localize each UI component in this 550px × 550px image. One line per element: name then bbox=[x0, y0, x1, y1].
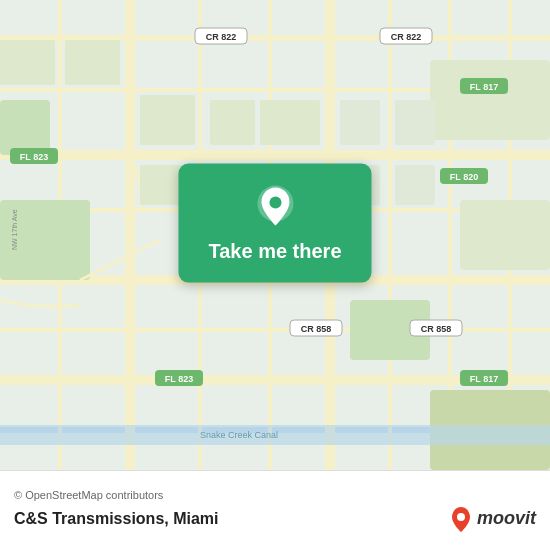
attribution-text: © OpenStreetMap contributors bbox=[14, 489, 536, 501]
svg-text:FL 823: FL 823 bbox=[20, 152, 48, 162]
svg-text:FL 817: FL 817 bbox=[470, 374, 498, 384]
svg-rect-51 bbox=[340, 100, 380, 145]
place-name: C&S Transmissions, Miami bbox=[14, 510, 219, 528]
moovit-text: moovit bbox=[477, 508, 536, 529]
svg-text:CR 858: CR 858 bbox=[421, 324, 452, 334]
svg-text:FL 823: FL 823 bbox=[165, 374, 193, 384]
svg-text:CR 822: CR 822 bbox=[206, 32, 237, 42]
svg-rect-45 bbox=[260, 100, 320, 145]
svg-point-56 bbox=[457, 513, 465, 521]
svg-text:FL 817: FL 817 bbox=[470, 82, 498, 92]
svg-rect-48 bbox=[65, 40, 120, 85]
map-area: Snake Creek Canal CR 822 CR 822 FL 823 F… bbox=[0, 0, 550, 470]
svg-rect-21 bbox=[460, 200, 550, 270]
moovit-pin-icon bbox=[449, 505, 473, 533]
svg-rect-47 bbox=[0, 40, 55, 85]
svg-point-55 bbox=[269, 197, 281, 209]
cta-label: Take me there bbox=[208, 240, 341, 263]
svg-text:NW 17th Ave: NW 17th Ave bbox=[11, 209, 18, 250]
svg-rect-19 bbox=[430, 60, 550, 140]
svg-rect-43 bbox=[140, 95, 195, 145]
svg-text:FL 820: FL 820 bbox=[450, 172, 478, 182]
svg-text:CR 822: CR 822 bbox=[391, 32, 422, 42]
location-pin-icon bbox=[251, 182, 299, 230]
moovit-logo: moovit bbox=[449, 505, 536, 533]
svg-rect-18 bbox=[0, 100, 50, 155]
svg-rect-52 bbox=[395, 100, 435, 145]
bottom-bar: © OpenStreetMap contributors C&S Transmi… bbox=[0, 470, 550, 550]
svg-text:Snake Creek Canal: Snake Creek Canal bbox=[200, 430, 278, 440]
svg-rect-44 bbox=[210, 100, 255, 145]
cta-button[interactable]: Take me there bbox=[178, 164, 371, 283]
svg-text:CR 858: CR 858 bbox=[301, 324, 332, 334]
svg-rect-50 bbox=[395, 165, 435, 205]
place-info-row: C&S Transmissions, Miami moovit bbox=[14, 505, 536, 533]
